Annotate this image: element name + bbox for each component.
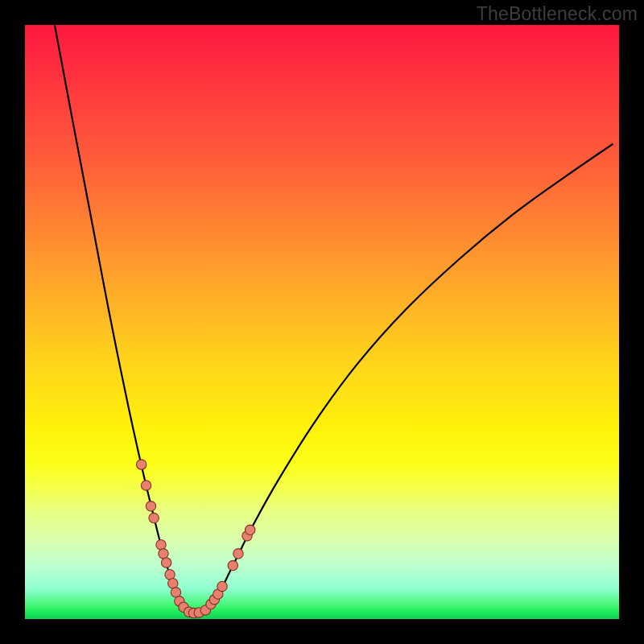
data-point <box>168 579 178 588</box>
data-point <box>141 481 151 490</box>
points-layer <box>136 460 254 618</box>
chart-svg <box>25 25 619 619</box>
chart-frame: TheBottleneck.com <box>0 0 644 644</box>
data-point <box>149 513 159 522</box>
watermark-text: TheBottleneck.com <box>477 3 638 25</box>
curve-layer <box>55 25 613 613</box>
data-point <box>217 581 227 591</box>
data-point <box>246 525 255 535</box>
data-point <box>136 460 146 469</box>
data-point <box>165 569 175 579</box>
plot-area <box>25 25 619 619</box>
data-point <box>156 540 166 550</box>
data-point <box>146 502 155 511</box>
data-point <box>161 558 171 568</box>
data-point <box>159 549 168 559</box>
bottleneck-curve <box>55 25 613 613</box>
data-point <box>228 560 237 570</box>
data-point <box>233 549 243 559</box>
